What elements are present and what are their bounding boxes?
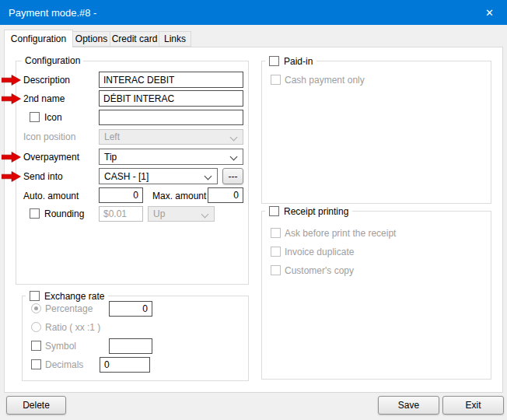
exchange-rate-checkbox[interactable] bbox=[30, 291, 40, 301]
exchange-rate-label: Exchange rate bbox=[44, 291, 104, 302]
tab-credit-card[interactable]: Credit card bbox=[110, 31, 159, 47]
icon-position-value: Left bbox=[104, 131, 120, 142]
send-into-more-button[interactable]: --- bbox=[222, 168, 243, 184]
close-button[interactable]: ✕ bbox=[472, 0, 507, 25]
decimals-checkbox[interactable] bbox=[31, 359, 41, 369]
send-into-label: Send into bbox=[23, 171, 63, 182]
percentage-label: Percentage bbox=[45, 303, 93, 314]
invoice-duplicate-checkbox bbox=[271, 247, 281, 257]
second-name-label: 2nd name bbox=[23, 93, 65, 104]
title-bar: Payment mode.#8 - ✕ bbox=[0, 0, 507, 25]
cash-payment-only-checkbox bbox=[271, 75, 281, 85]
customers-copy-label: Customer's copy bbox=[285, 265, 354, 276]
send-into-combo[interactable]: CASH - [1] bbox=[99, 168, 218, 184]
chevron-down-icon bbox=[230, 134, 238, 142]
chevron-down-icon bbox=[205, 173, 212, 180]
max-amount-label: Max. amount bbox=[152, 191, 206, 201]
decimals-input[interactable] bbox=[100, 357, 150, 373]
rounding-mode-value: Up bbox=[153, 208, 165, 219]
cash-payment-only-label: Cash payment only bbox=[285, 75, 365, 86]
rounding-checkbox[interactable] bbox=[30, 208, 40, 219]
customers-copy-checkbox bbox=[271, 265, 281, 275]
overpayment-combo[interactable]: Tip bbox=[99, 149, 243, 165]
auto-amount-label: Auto. amount bbox=[23, 191, 79, 201]
description-input[interactable] bbox=[99, 72, 243, 88]
send-into-value: CASH - [1] bbox=[104, 171, 149, 182]
exchange-rate-legend: Exchange rate bbox=[26, 290, 108, 302]
chevron-down-icon bbox=[230, 153, 238, 161]
overpayment-label: Overpayment bbox=[23, 152, 79, 163]
percentage-radio bbox=[31, 303, 41, 313]
paid-in-label: Paid-in bbox=[284, 56, 313, 67]
delete-button[interactable]: Delete bbox=[6, 396, 66, 415]
auto-amount-input[interactable] bbox=[99, 187, 143, 203]
ratio-radio bbox=[31, 322, 41, 332]
tab-links[interactable]: Links bbox=[159, 31, 191, 47]
tab-label: Options bbox=[75, 33, 107, 44]
chevron-down-icon bbox=[201, 211, 209, 219]
red-arrow-send-into-icon bbox=[2, 171, 21, 182]
close-icon: ✕ bbox=[485, 7, 494, 19]
receipt-printing-checkbox[interactable] bbox=[269, 206, 279, 216]
exit-button[interactable]: Exit bbox=[442, 396, 504, 415]
tab-configuration[interactable]: Configuration bbox=[4, 30, 73, 47]
rounding-label: Rounding bbox=[44, 208, 84, 219]
icon-checkbox[interactable] bbox=[30, 112, 40, 122]
icon-position-combo: Left bbox=[99, 129, 243, 145]
description-label: Description bbox=[23, 75, 70, 86]
rounding-value-input bbox=[99, 206, 143, 222]
ask-before-print-checkbox bbox=[271, 228, 281, 238]
receipt-printing-legend: Receipt printing bbox=[265, 205, 352, 217]
paid-in-legend: Paid-in bbox=[265, 55, 316, 67]
percentage-input[interactable] bbox=[109, 301, 152, 317]
ratio-label: Ratio ( xx :1 ) bbox=[45, 322, 100, 333]
tab-label: Credit card bbox=[112, 33, 158, 44]
window-title: Payment mode.#8 - bbox=[9, 7, 96, 19]
configuration-group-title: Configuration bbox=[22, 55, 83, 66]
second-name-input[interactable] bbox=[99, 90, 243, 107]
tab-options[interactable]: Options bbox=[72, 31, 110, 47]
receipt-printing-label: Receipt printing bbox=[284, 206, 348, 217]
decimals-label: Decimals bbox=[45, 359, 83, 370]
symbol-input[interactable] bbox=[109, 338, 152, 354]
red-arrow-second-name-icon bbox=[2, 93, 21, 104]
tab-label: Links bbox=[164, 33, 186, 44]
overpayment-value: Tip bbox=[104, 152, 117, 163]
max-amount-input[interactable] bbox=[208, 187, 243, 203]
red-arrow-overpayment-icon bbox=[2, 152, 21, 163]
symbol-label: Symbol bbox=[45, 341, 76, 352]
payment-mode-dialog: Payment mode.#8 - ✕ Configuration Option… bbox=[0, 0, 507, 420]
save-button[interactable]: Save bbox=[378, 396, 439, 415]
rounding-mode-combo: Up bbox=[148, 206, 215, 222]
icon-label: Icon bbox=[44, 112, 62, 123]
invoice-duplicate-label: Invoice duplicate bbox=[285, 247, 354, 257]
icon-input[interactable] bbox=[99, 110, 243, 125]
paid-in-checkbox[interactable] bbox=[269, 56, 279, 66]
symbol-checkbox[interactable] bbox=[31, 341, 41, 351]
ask-before-print-label: Ask before print the receipt bbox=[285, 228, 396, 239]
icon-position-label: Icon position bbox=[23, 131, 75, 142]
red-arrow-description-icon bbox=[2, 75, 21, 86]
tab-label: Configuration bbox=[11, 33, 66, 44]
